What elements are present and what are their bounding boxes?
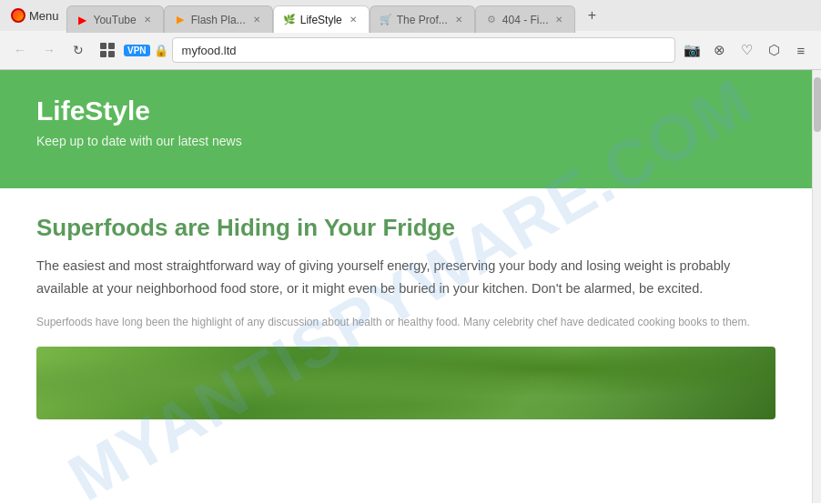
- prof-favicon: 🛒: [380, 14, 392, 26]
- tab-youtube-close[interactable]: ✕: [141, 14, 154, 26]
- extension-button[interactable]: ⬡: [761, 37, 786, 63]
- flash-favicon: ▶: [174, 14, 187, 26]
- hero-subtitle: Keep up to date with our latest news: [36, 134, 775, 148]
- nav-right-icons: 📷 ⊗ ♡ ⬡ ≡: [679, 37, 814, 63]
- error-favicon: ⚙: [485, 14, 498, 26]
- address-text: myfood.ltd: [182, 44, 237, 57]
- tab-prof-close[interactable]: ✕: [452, 14, 465, 26]
- tab-lifestyle[interactable]: 🌿 LifeStyle ✕: [273, 5, 370, 33]
- browser-menu-button[interactable]: Menu: [4, 0, 66, 31]
- security-lock-icon: 🔒: [154, 44, 168, 57]
- new-tab-button[interactable]: +: [579, 3, 604, 28]
- tab-error-label: 404 - Fi...: [502, 14, 549, 26]
- camera-button[interactable]: 📷: [679, 37, 704, 63]
- menu-label: Menu: [29, 9, 59, 23]
- tab-lifestyle-label: LifeStyle: [300, 14, 342, 26]
- tab-bar: Menu ▶ YouTube ✕ ▶ Flash Pla... ✕ 🌿 Life…: [0, 0, 821, 31]
- scrollbar-thumb[interactable]: [814, 77, 821, 132]
- tab-flash-label: Flash Pla...: [191, 14, 246, 26]
- address-bar[interactable]: myfood.ltd: [172, 37, 675, 63]
- forward-button[interactable]: →: [36, 37, 62, 63]
- article-title: Superfoods are Hiding in Your Fridge: [36, 214, 775, 242]
- browser-settings-button[interactable]: ≡: [788, 37, 814, 63]
- youtube-favicon: ▶: [76, 14, 89, 26]
- article-body-main: The easiest and most straightforward way…: [36, 255, 775, 299]
- back-button[interactable]: ←: [7, 37, 33, 63]
- scrollbar[interactable]: [812, 70, 821, 503]
- vpn-badge: VPN: [124, 45, 150, 56]
- nav-bar: ← → ↻ VPN 🔒 myfood.ltd 📷 ⊗ ♡ ⬡ ≡: [0, 31, 821, 69]
- bookmark-button[interactable]: ♡: [734, 37, 759, 63]
- browser-content: LifeStyle Keep up to date with our lates…: [0, 70, 812, 503]
- hero-section: LifeStyle Keep up to date with our lates…: [0, 70, 812, 188]
- tab-overview-button[interactable]: [95, 37, 120, 63]
- article-section: Superfoods are Hiding in Your Fridge The…: [0, 188, 812, 445]
- tab-flash-close[interactable]: ✕: [250, 14, 263, 26]
- article-body-secondary: Superfoods have long been the highlight …: [36, 314, 775, 331]
- lifestyle-favicon: 🌿: [283, 14, 296, 26]
- tab-lifestyle-close[interactable]: ✕: [347, 14, 360, 26]
- tab-flash[interactable]: ▶ Flash Pla... ✕: [164, 5, 273, 33]
- tab-error-close[interactable]: ✕: [552, 14, 565, 26]
- tab-prof-label: The Prof...: [397, 14, 448, 26]
- image-search-button[interactable]: ⊗: [706, 37, 732, 63]
- browser-content-wrapper: LifeStyle Keep up to date with our lates…: [0, 70, 821, 503]
- browser-chrome: Menu ▶ YouTube ✕ ▶ Flash Pla... ✕ 🌿 Life…: [0, 0, 821, 70]
- tab-error[interactable]: ⚙ 404 - Fi... ✕: [475, 5, 576, 33]
- opera-icon: [11, 8, 25, 23]
- tab-prof[interactable]: 🛒 The Prof... ✕: [370, 5, 475, 33]
- tab-youtube-label: YouTube: [94, 14, 137, 26]
- reload-button[interactable]: ↻: [66, 37, 91, 63]
- tab-youtube[interactable]: ▶ YouTube ✕: [66, 5, 164, 33]
- article-image: [36, 347, 775, 419]
- hero-title: LifeStyle: [36, 96, 775, 126]
